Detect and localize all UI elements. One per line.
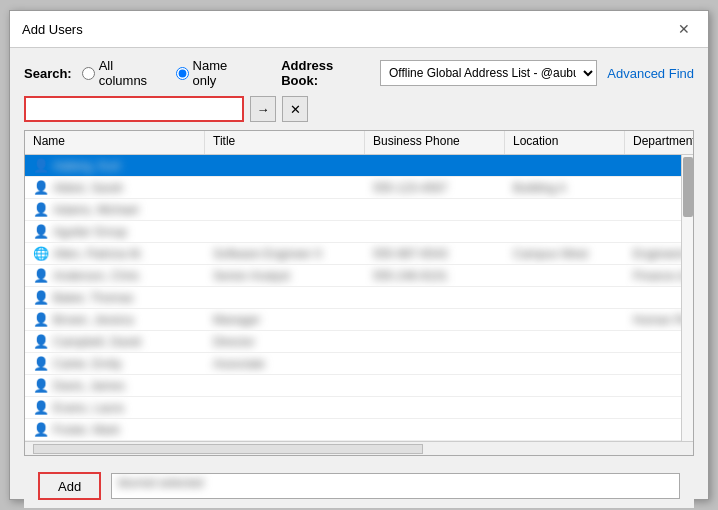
cell-title: Director xyxy=(205,331,365,352)
person-icon: 👤 xyxy=(33,312,49,327)
cell-location xyxy=(505,375,625,396)
location-text: Building A xyxy=(513,181,566,195)
clear-icon: ✕ xyxy=(290,102,301,117)
horizontal-scrollbar[interactable] xyxy=(25,441,693,455)
cell-title: Software Engineer II xyxy=(205,243,365,264)
scroll-thumb[interactable] xyxy=(683,157,693,217)
cell-title xyxy=(205,397,365,418)
table-row[interactable]: 👤Aaberg, Kurt xyxy=(25,155,681,177)
table-row[interactable]: 👤Campbell, DavidDirector xyxy=(25,331,681,353)
all-columns-radio-item[interactable]: All columns xyxy=(82,58,162,88)
name-only-radio[interactable] xyxy=(176,67,189,80)
name-only-radio-item[interactable]: Name only xyxy=(176,58,252,88)
table-row[interactable]: 👤Carter, EmilyAssociate xyxy=(25,353,681,375)
name-text: Campbell, David xyxy=(53,335,141,349)
person-icon: 👤 xyxy=(33,334,49,349)
table-row[interactable]: 👤Foster, Mark xyxy=(25,419,681,441)
cell-name: 👤Brown, Jessica xyxy=(25,309,205,330)
cell-location xyxy=(505,309,625,330)
cell-location xyxy=(505,221,625,242)
col-header-name: Name xyxy=(25,131,205,154)
name-text: Adams, Michael xyxy=(53,203,138,217)
cell-location xyxy=(505,155,625,176)
cell-location: Campus West xyxy=(505,243,625,264)
add-button[interactable]: Add xyxy=(38,472,101,500)
name-text: Allen, Patricia M. xyxy=(53,247,143,261)
cell-department: Finance & Accounting xyxy=(625,265,681,286)
cell-title xyxy=(205,287,365,308)
cell-location xyxy=(505,265,625,286)
table-row[interactable]: 👤Anderson, ChrisSenior Analyst555-246-81… xyxy=(25,265,681,287)
table-row[interactable]: 👤Evans, Laura xyxy=(25,397,681,419)
cell-phone xyxy=(365,155,505,176)
cell-department xyxy=(625,419,681,440)
person-icon: 👤 xyxy=(33,158,49,173)
title-text: Senior Analyst xyxy=(213,269,290,283)
results-table-container: Name Title Business Phone Location Depar… xyxy=(24,130,694,456)
name-text: Foster, Mark xyxy=(53,423,120,437)
scroll-track[interactable] xyxy=(33,444,423,454)
address-book-select[interactable]: Offline Global Address List - @aubur xyxy=(380,60,597,86)
search-input-row: → ✕ xyxy=(24,96,694,122)
cell-phone xyxy=(365,221,505,242)
cell-phone: 555-123-4567 xyxy=(365,177,505,198)
table-row[interactable]: 👤Brown, JessicaManagerHuman Resources xyxy=(25,309,681,331)
selected-name-text: blurred selected xyxy=(118,476,203,490)
col-header-location: Location xyxy=(505,131,625,154)
person-icon: 👤 xyxy=(33,356,49,371)
selected-display: blurred selected xyxy=(111,473,680,499)
name-text: Abbot, Sarah xyxy=(53,181,123,195)
cell-phone xyxy=(365,199,505,220)
person-icon: 👤 xyxy=(33,202,49,217)
cell-department xyxy=(625,155,681,176)
bottom-bar: Add blurred selected xyxy=(24,464,694,508)
cell-title: Associate xyxy=(205,353,365,374)
cell-phone xyxy=(365,287,505,308)
search-row: Search: All columns Name only Address Bo… xyxy=(24,58,694,88)
search-clear-button[interactable]: ✕ xyxy=(282,96,308,122)
vertical-scrollbar[interactable] xyxy=(681,155,693,441)
cell-location xyxy=(505,419,625,440)
person-icon: 👤 xyxy=(33,290,49,305)
title-text: Associate xyxy=(213,357,265,371)
name-only-label: Name only xyxy=(193,58,252,88)
cell-location: Building A xyxy=(505,177,625,198)
cell-location xyxy=(505,331,625,352)
title-bar: Add Users ✕ xyxy=(10,11,708,48)
cell-department xyxy=(625,287,681,308)
all-columns-radio[interactable] xyxy=(82,67,95,80)
cell-phone: 555-987-6543 xyxy=(365,243,505,264)
table-row[interactable]: 👤Aguilar Group xyxy=(25,221,681,243)
search-input[interactable] xyxy=(24,96,244,122)
person-icon: 👤 xyxy=(33,268,49,283)
name-text: Aaberg, Kurt xyxy=(53,159,120,173)
cell-phone xyxy=(365,375,505,396)
phone-text: 555-987-6543 xyxy=(373,247,448,261)
table-row[interactable]: 👤Davis, James xyxy=(25,375,681,397)
close-button[interactable]: ✕ xyxy=(672,19,696,39)
cell-location xyxy=(505,397,625,418)
advanced-find-link[interactable]: Advanced Find xyxy=(607,66,694,81)
name-text: Evans, Laura xyxy=(53,401,124,415)
title-text: Director xyxy=(213,335,255,349)
title-text: Software Engineer II xyxy=(213,247,322,261)
cell-title xyxy=(205,375,365,396)
radio-group: All columns Name only xyxy=(82,58,252,88)
person-icon: 👤 xyxy=(33,400,49,415)
cell-name: 👤Campbell, David xyxy=(25,331,205,352)
cell-department: Human Resources xyxy=(625,309,681,330)
cell-title xyxy=(205,221,365,242)
col-header-phone: Business Phone xyxy=(365,131,505,154)
cell-title: Senior Analyst xyxy=(205,265,365,286)
search-go-button[interactable]: → xyxy=(250,96,276,122)
table-row[interactable]: 🌐Allen, Patricia M.Software Engineer II5… xyxy=(25,243,681,265)
cell-title: Manager xyxy=(205,309,365,330)
table-row[interactable]: 👤Adams, Michael xyxy=(25,199,681,221)
person-icon: 👤 xyxy=(33,224,49,239)
table-row[interactable]: 👤Abbot, Sarah555-123-4567Building A xyxy=(25,177,681,199)
cell-name: 👤Aaberg, Kurt xyxy=(25,155,205,176)
cell-name: 👤Baker, Thomas xyxy=(25,287,205,308)
table-row[interactable]: 👤Baker, Thomas xyxy=(25,287,681,309)
cell-department xyxy=(625,177,681,198)
dialog-title: Add Users xyxy=(22,22,83,37)
